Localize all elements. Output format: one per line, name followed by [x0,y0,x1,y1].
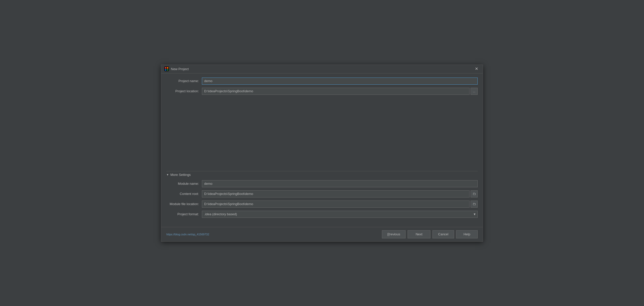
content-spacer [166,98,478,169]
content-root-browse-button[interactable]: 🗀 [471,190,478,197]
project-location-label: Project location: [166,89,202,93]
more-settings-content: Module name: Content root: 🗀 [166,178,478,223]
project-name-input-wrapper [202,78,478,85]
project-name-label: Project name: [166,79,202,83]
help-button[interactable]: Help [456,230,478,238]
folder-icon-2: 🗀 [473,202,476,206]
project-name-row: Project name: [166,78,478,85]
module-name-input-wrapper [202,180,478,187]
project-format-select[interactable]: .idea (directory based) .ipr (file based… [202,211,478,218]
project-location-row: Project location: ... [166,88,478,95]
module-file-location-row: Module file location: 🗀 [166,201,478,208]
cancel-button-label: Cancel [438,232,448,236]
project-format-dropdown-wrapper: .idea (directory based) .ipr (file based… [202,211,478,218]
content-root-input-wrapper: 🗀 [202,190,478,197]
dialog-footer: https://blog.csdn.net/qq_41569732 Previo… [161,227,483,241]
project-format-label: Project format: [166,212,202,216]
svg-rect-1 [165,67,166,69]
module-name-input[interactable] [202,180,478,187]
new-project-dialog: New Project ✕ Project name: Project loca… [161,65,483,242]
svg-rect-4 [167,69,168,71]
browse-icon: ... [473,90,475,93]
project-location-browse-button[interactable]: ... [471,88,478,95]
module-file-location-input[interactable] [202,201,470,208]
svg-rect-2 [167,67,168,69]
chevron-down-icon: ▼ [166,173,169,176]
dialog-content: Project name: Project location: ... ▼ Mo… [161,73,483,227]
project-location-input[interactable] [202,88,470,95]
content-root-row: Content root: 🗀 [166,190,478,197]
close-button[interactable]: ✕ [473,66,480,71]
project-name-input[interactable] [202,78,478,85]
project-format-row: Project format: .idea (directory based) … [166,211,478,218]
more-settings-section: ▼ More Settings Module name: Content roo… [166,171,478,223]
footer-url: https://blog.csdn.net/qq_41569732 [166,233,209,236]
module-name-label: Module name: [166,182,202,186]
project-location-input-wrapper: ... [202,88,478,95]
next-button[interactable]: Next [408,230,430,238]
previous-button-label: Previous [387,232,400,236]
more-settings-label: More Settings [170,173,191,177]
module-file-location-label: Module file location: [166,202,202,206]
cancel-button[interactable]: Cancel [432,230,454,238]
next-button-label: Next [416,232,423,236]
svg-rect-3 [165,69,166,71]
project-format-select-wrapper: .idea (directory based) .ipr (file based… [202,211,478,218]
module-file-location-browse-button[interactable]: 🗀 [471,201,478,208]
content-root-label: Content root: [166,192,202,196]
dialog-title: New Project [171,67,473,71]
titlebar: New Project ✕ [161,65,483,73]
module-name-label-text: Module name: [178,182,199,186]
content-root-input[interactable] [202,190,470,197]
more-settings-toggle[interactable]: ▼ More Settings [166,171,478,178]
previous-button[interactable]: Previous [382,230,406,238]
app-icon [164,67,169,71]
module-file-location-input-wrapper: 🗀 [202,201,478,208]
help-button-label: Help [463,232,470,236]
module-name-row: Module name: [166,180,478,187]
folder-icon: 🗀 [473,192,476,196]
